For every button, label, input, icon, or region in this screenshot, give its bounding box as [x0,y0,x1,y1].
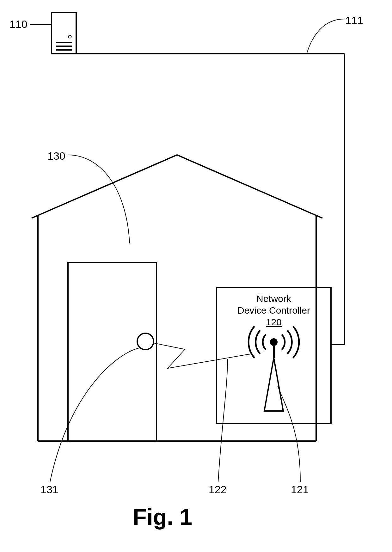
door-icon [68,262,156,441]
controller-number: 120 [266,317,282,327]
ref-label-121: 121 [291,483,309,495]
diagram-canvas: 110 111 130 Network Device Controller 12… [0,0,392,552]
server-icon [52,13,76,54]
figure-caption: Fig. 1 [133,504,192,530]
svg-point-1 [69,35,71,38]
ref-label-111: 111 [345,14,363,26]
wireless-link [154,343,250,368]
svg-marker-12 [264,358,283,411]
ref-label-122: 122 [209,483,227,495]
ref-label-130: 130 [47,150,65,162]
svg-rect-0 [52,13,76,54]
controller-line1: Network [256,293,291,304]
leader-130 [68,155,130,243]
door-knob-icon [137,333,154,350]
ref-label-131: 131 [40,483,58,495]
controller-line2: Device Controller [237,305,310,316]
leader-111 [307,19,345,54]
leader-131 [50,348,141,482]
leader-122 [218,359,228,482]
connection-line-111 [64,54,345,345]
antenna-icon [248,326,299,411]
svg-point-14 [270,338,278,346]
ref-label-110: 110 [9,18,28,30]
